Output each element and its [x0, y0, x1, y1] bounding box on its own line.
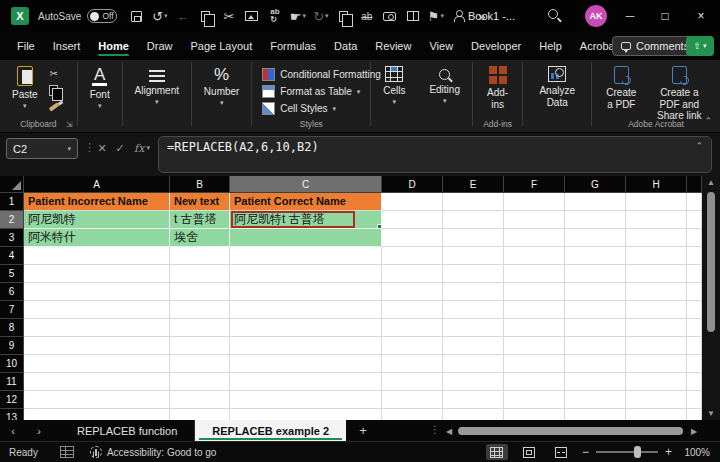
cell-A13[interactable]	[24, 409, 170, 420]
cell-F1[interactable]	[504, 193, 565, 211]
cell-G10[interactable]	[565, 355, 626, 373]
cut-icon[interactable]: ✂	[219, 5, 238, 27]
cell-A12[interactable]	[24, 391, 170, 409]
cell-B13[interactable]	[170, 409, 230, 420]
cell-E2[interactable]	[443, 211, 504, 229]
cell-D13[interactable]	[382, 409, 443, 420]
cell-B12[interactable]	[170, 391, 230, 409]
quick-table-icon[interactable]	[403, 5, 422, 27]
cell-A5[interactable]	[24, 265, 170, 283]
name-box-dropdown-icon[interactable]: ▾	[67, 145, 71, 153]
ribbon-tab-draw[interactable]: Draw	[138, 34, 182, 59]
autosave-toggle[interactable]: Off	[87, 9, 117, 23]
cell-E12[interactable]	[443, 391, 504, 409]
cell-H10[interactable]	[626, 355, 687, 373]
cell-B3[interactable]: 埃舍	[170, 229, 230, 247]
cell-C6[interactable]	[230, 283, 382, 301]
cell-D4[interactable]	[382, 247, 443, 265]
find-replace-icon[interactable]: ab↻	[265, 5, 284, 27]
cell-F9[interactable]	[504, 337, 565, 355]
cell-C10[interactable]	[230, 355, 382, 373]
zoom-slider[interactable]	[596, 451, 658, 453]
page-break-view-button[interactable]	[550, 444, 572, 460]
cell-H6[interactable]	[626, 283, 687, 301]
column-header-D[interactable]: D	[382, 176, 443, 193]
cell-A10[interactable]	[24, 355, 170, 373]
select-all-corner[interactable]	[0, 176, 24, 193]
scrollbar-grip-icon[interactable]: ⋮	[430, 424, 440, 435]
cell-F2[interactable]	[504, 211, 565, 229]
formula-input[interactable]: =REPLACEB(A2,6,10,B2) ⌃	[158, 136, 712, 173]
cell-F3[interactable]	[504, 229, 565, 247]
insert-function-icon[interactable]: fx▾	[130, 140, 154, 156]
vertical-scroll-thumb[interactable]	[707, 192, 715, 332]
cell-F8[interactable]	[504, 319, 565, 337]
cell-B7[interactable]	[170, 301, 230, 319]
ribbon-tab-formulas[interactable]: Formulas	[261, 34, 325, 59]
cancel-icon[interactable]: ✕	[94, 140, 110, 156]
scroll-up-icon[interactable]: ▲	[702, 178, 720, 187]
cell-A1[interactable]: Patient Incorrect Name	[24, 193, 170, 211]
cell-C4[interactable]	[230, 247, 382, 265]
zoom-out-icon[interactable]: −	[582, 445, 589, 459]
column-header-E[interactable]: E	[443, 176, 504, 193]
font-button[interactable]: A Font▾	[84, 64, 116, 132]
page-layout-view-button[interactable]	[518, 444, 540, 460]
ribbon-tab-page-layout[interactable]: Page Layout	[181, 34, 261, 59]
cell-E9[interactable]	[443, 337, 504, 355]
ribbon-tab-view[interactable]: View	[420, 34, 462, 59]
cell-F12[interactable]	[504, 391, 565, 409]
cell-D7[interactable]	[382, 301, 443, 319]
cell-E7[interactable]	[443, 301, 504, 319]
strikethrough-icon[interactable]: ab	[357, 5, 376, 27]
cell-B6[interactable]	[170, 283, 230, 301]
alignment-button[interactable]: Alignment▾	[129, 64, 185, 132]
cell-D2[interactable]	[382, 211, 443, 229]
row-header-7[interactable]: 7	[0, 301, 24, 319]
cell-B2[interactable]: t 古普塔	[170, 211, 230, 229]
cell-D3[interactable]	[382, 229, 443, 247]
cell-B5[interactable]	[170, 265, 230, 283]
camera-icon[interactable]	[380, 5, 399, 27]
cell-D10[interactable]	[382, 355, 443, 373]
row-header-1[interactable]: 1	[0, 193, 24, 211]
cell-G12[interactable]	[565, 391, 626, 409]
next-sheet-icon[interactable]: ›	[26, 420, 52, 441]
touch-mode-icon[interactable]: ☛▾	[288, 5, 307, 27]
column-header-C[interactable]: C	[230, 176, 382, 193]
row-header-3[interactable]: 3	[0, 229, 24, 247]
cell-H3[interactable]	[626, 229, 687, 247]
cell-H12[interactable]	[626, 391, 687, 409]
cell-D8[interactable]	[382, 319, 443, 337]
collapse-ribbon-icon[interactable]: ⌃	[704, 116, 712, 126]
cell-C5[interactable]	[230, 265, 382, 283]
horizontal-scroll-thumb[interactable]	[458, 427, 683, 435]
cell-G1[interactable]	[565, 193, 626, 211]
flag-icon[interactable]: ⚑▾	[426, 5, 445, 27]
cell-G4[interactable]	[565, 247, 626, 265]
cell-G7[interactable]	[565, 301, 626, 319]
row-header-11[interactable]: 11	[0, 373, 24, 391]
cell-F4[interactable]	[504, 247, 565, 265]
undo-icon[interactable]: ↺▾	[150, 5, 169, 27]
ribbon-tab-file[interactable]: File	[8, 34, 44, 59]
cell-G6[interactable]	[565, 283, 626, 301]
cell-C8[interactable]	[230, 319, 382, 337]
ribbon-tab-help[interactable]: Help	[530, 34, 571, 59]
cell-B10[interactable]	[170, 355, 230, 373]
cell-C9[interactable]	[230, 337, 382, 355]
clipboard-dialog-launcher-icon[interactable]: ⇲	[66, 120, 73, 129]
cut-button[interactable]: ✂	[46, 66, 62, 80]
save-icon[interactable]	[127, 5, 146, 27]
paste-picture-icon[interactable]	[242, 5, 261, 27]
cell-D9[interactable]	[382, 337, 443, 355]
normal-view-button[interactable]	[486, 444, 508, 460]
cell-A4[interactable]	[24, 247, 170, 265]
cell-E10[interactable]	[443, 355, 504, 373]
row-header-4[interactable]: 4	[0, 247, 24, 265]
copy-button[interactable]	[46, 83, 62, 97]
row-header-10[interactable]: 10	[0, 355, 24, 373]
share-button[interactable]: ⇧▾	[686, 36, 714, 56]
cell-H2[interactable]	[626, 211, 687, 229]
cell-D6[interactable]	[382, 283, 443, 301]
